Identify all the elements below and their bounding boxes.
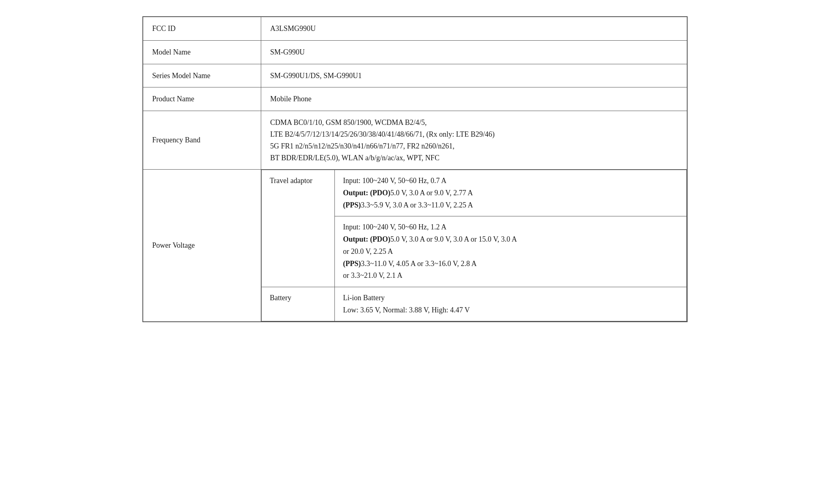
- battery-value: Li-ion Battery Low: 3.65 V, Normal: 3.88…: [335, 287, 687, 321]
- pps-bold2: (PPS): [343, 260, 361, 268]
- travel-adaptor-row1: Travel adaptor Input: 100~240 V, 50~60 H…: [262, 170, 687, 216]
- pps-bold1: (PPS): [343, 201, 361, 209]
- battery-line1: Li-ion Battery: [343, 294, 384, 302]
- fcc-id-value: A3LSMG990U: [261, 17, 687, 41]
- power-voltage-label: Power Voltage: [143, 170, 261, 322]
- pps-rest2b: or 3.3~21.0 V, 2.1 A: [343, 271, 402, 279]
- fcc-id-label: FCC ID: [143, 17, 261, 41]
- table-row: Product Name Mobile Phone: [143, 87, 687, 111]
- table-row: FCC ID A3LSMG990U: [143, 17, 687, 41]
- output-rest2b: or 20.0 V, 2.25 A: [343, 247, 393, 255]
- table-row: Series Model Name SM-G990U1/DS, SM-G990U…: [143, 64, 687, 87]
- output-rest2: 5.0 V, 3.0 A or 9.0 V, 3.0 A or 15.0 V, …: [391, 235, 517, 243]
- battery-label: Battery: [262, 287, 335, 321]
- pps-rest2: 3.3~11.0 V, 4.05 A or 3.3~16.0 V, 2.8 A: [361, 260, 477, 268]
- series-model-label: Series Model Name: [143, 64, 261, 87]
- product-name-label: Product Name: [143, 87, 261, 111]
- travel-adaptor-entry2: Input: 100~240 V, 50~60 Hz, 1.2 A Output…: [335, 216, 687, 287]
- power-voltage-nested: Travel adaptor Input: 100~240 V, 50~60 H…: [261, 170, 687, 322]
- output-bold1: Output: (PDO): [343, 189, 391, 197]
- table-row: Frequency Band CDMA BC0/1/10, GSM 850/19…: [143, 111, 687, 170]
- spec-table-wrapper: FCC ID A3LSMG990U Model Name SM-G990U Se…: [142, 16, 688, 322]
- travel-adaptor-entry1: Input: 100~240 V, 50~60 Hz, 0.7 A Output…: [335, 170, 687, 216]
- output-rest1: 5.0 V, 3.0 A or 9.0 V, 2.77 A: [391, 189, 473, 197]
- spec-table: FCC ID A3LSMG990U Model Name SM-G990U Se…: [143, 17, 687, 322]
- output-bold2: Output: (PDO): [343, 235, 391, 243]
- power-voltage-row: Power Voltage Travel adaptor Input: 100~…: [143, 170, 687, 322]
- model-name-label: Model Name: [143, 40, 261, 64]
- pps-rest1: 3.3~5.9 V, 3.0 A or 3.3~11.0 V, 2.25 A: [361, 201, 473, 209]
- table-row: Model Name SM-G990U: [143, 40, 687, 64]
- power-voltage-nested-table: Travel adaptor Input: 100~240 V, 50~60 H…: [261, 170, 687, 321]
- product-name-value: Mobile Phone: [261, 87, 687, 111]
- frequency-band-value: CDMA BC0/1/10, GSM 850/1900, WCDMA B2/4/…: [261, 111, 687, 170]
- frequency-band-label: Frequency Band: [143, 111, 261, 170]
- travel-adaptor-label: Travel adaptor: [262, 170, 335, 287]
- series-model-value: SM-G990U1/DS, SM-G990U1: [261, 64, 687, 87]
- input-line2: Input: 100~240 V, 50~60 Hz, 1.2 A: [343, 223, 446, 231]
- battery-line2: Low: 3.65 V, Normal: 3.88 V, High: 4.47 …: [343, 306, 470, 314]
- model-name-value: SM-G990U: [261, 40, 687, 64]
- battery-row: Battery Li-ion Battery Low: 3.65 V, Norm…: [262, 287, 687, 321]
- input-line1: Input: 100~240 V, 50~60 Hz, 0.7 A: [343, 177, 446, 185]
